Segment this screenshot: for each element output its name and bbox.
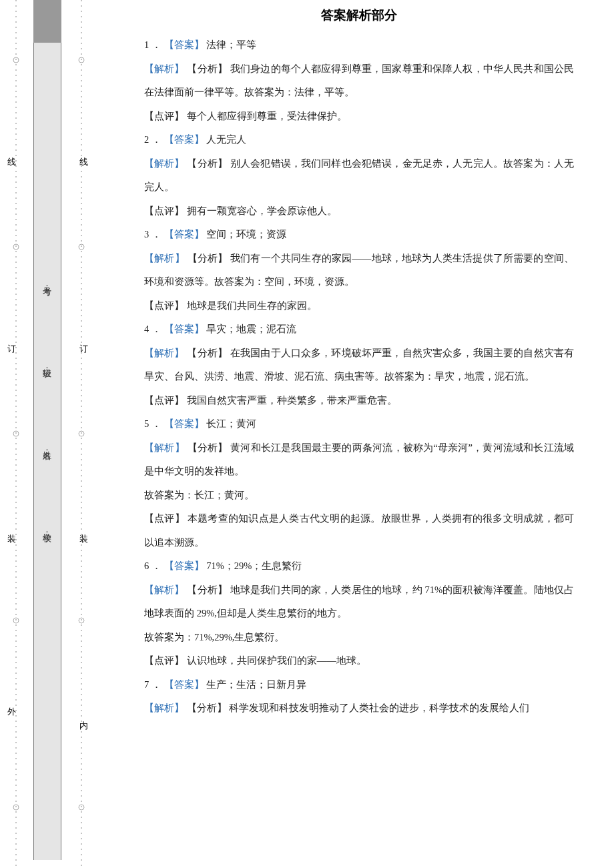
answer-text: 生产；生活；日新月异 <box>206 679 306 690</box>
form-label-class: 班级： <box>41 362 53 371</box>
page-title: 答案解析部分 <box>144 7 574 24</box>
item-number: 5 ． <box>144 418 162 429</box>
gutter-dark-block <box>33 0 61 43</box>
comment-tag: 【点评】 <box>144 655 184 666</box>
analysis-tag: 【解析】 <box>144 584 185 595</box>
item-number: 4 ． <box>144 324 162 334</box>
answer-item: 1 ． 【答案】 法律；平等 【解析】 【分析】 我们身边的每个人都应得到尊重，… <box>144 33 574 128</box>
comment-tag: 【点评】 <box>144 513 185 524</box>
comment-tag: 【点评】 <box>144 395 184 406</box>
fenxi-tag: 【分析】 <box>187 703 227 713</box>
answer-text: 71%；29%；生息繁衍 <box>206 560 302 571</box>
item-number: 3 ． <box>144 229 162 240</box>
answer-item: 3 ． 【答案】 空间；环境；资源 【解析】 【分析】 我们有一个共同生存的家园… <box>144 223 574 318</box>
answer-tag: 【答案】 <box>164 134 204 145</box>
answer-tag: 【答案】 <box>164 679 204 690</box>
content-area: 答案解析部分 1 ． 【答案】 法律；平等 【解析】 【分析】 我们身边的每个人… <box>24 0 614 868</box>
answer-item: 7 ． 【答案】 生产；生活；日新月异 【解析】 【分析】 科学发现和科技发明推… <box>144 673 574 721</box>
analysis-tag: 【解析】 <box>144 703 184 713</box>
comment-text: 认识地球，共同保护我们的家——地球。 <box>187 655 366 666</box>
answer-text: 旱灾；地震；泥石流 <box>206 324 296 334</box>
answer-item: 2 ． 【答案】 人无完人 【解析】 【分析】 别人会犯错误，我们同样也会犯错误… <box>144 128 574 223</box>
item-number: 2 ． <box>144 134 162 145</box>
comment-text: 地球是我们共同生存的家园。 <box>187 300 317 311</box>
comment-tag: 【点评】 <box>144 111 184 121</box>
answer-tag: 【答案】 <box>164 418 204 429</box>
form-label-group: 考号： 班级： 姓名： 学校： <box>37 280 57 535</box>
comment-tag: 【点评】 <box>144 205 184 216</box>
answer-item: 6 ． 【答案】 71%；29%；生息繁衍 【解析】 【分析】 地球是我们共同的… <box>144 554 574 673</box>
answer-item: 4 ． 【答案】 旱灾；地震；泥石流 【解析】 【分析】 在我国由于人口众多，环… <box>144 318 574 412</box>
comment-text: 每个人都应得到尊重，受法律保护。 <box>187 111 347 121</box>
form-label-school: 学校： <box>41 526 53 535</box>
form-label-name: 姓名： <box>41 444 53 453</box>
analysis-tag: 【解析】 <box>144 63 185 74</box>
fenxi-tag: 【分析】 <box>187 63 228 74</box>
answer-text: 空间；环境；资源 <box>206 229 286 240</box>
answer-item: 5 ． 【答案】 长江；黄河 【解析】 【分析】 黄河和长江是我国最主要的两条河… <box>144 412 574 554</box>
fenxi-tag: 【分析】 <box>187 158 228 169</box>
answer-tag: 【答案】 <box>164 324 204 334</box>
fenxi-tag: 【分析】 <box>188 442 228 453</box>
analysis-tag: 【解析】 <box>144 348 185 358</box>
answer-text: 法律；平等 <box>206 39 256 50</box>
fenxi-tag: 【分析】 <box>187 348 228 358</box>
comment-text: 本题考查的知识点是人类古代文明的起源。放眼世界，人类拥有的很多文明成就，都可以追… <box>144 513 574 548</box>
answer-text: 长江；黄河 <box>206 418 256 429</box>
form-label-examno: 考号： <box>41 280 53 289</box>
answer-tag: 【答案】 <box>164 39 204 50</box>
comment-text: 拥有一颗宽容心，学会原谅他人。 <box>187 205 337 216</box>
answer-tag: 【答案】 <box>164 229 204 240</box>
fenxi-tag: 【分析】 <box>187 584 228 595</box>
fenxi-tag: 【分析】 <box>188 253 228 264</box>
analysis-tail: 故答案为：长江；黄河。 <box>144 490 254 500</box>
analysis-tag: 【解析】 <box>144 442 185 453</box>
item-number: 6 ． <box>144 560 162 571</box>
analysis-text: 科学发现和科技发明推动了人类社会的进步，科学技术的发展给人们 <box>229 703 529 713</box>
analysis-tag: 【解析】 <box>144 253 185 264</box>
item-number: 7 ． <box>144 679 162 690</box>
analysis-tail: 故答案为：71%,29%,生息繁衍。 <box>144 632 284 642</box>
analysis-tag: 【解析】 <box>144 158 185 169</box>
binding-strip-inner <box>73 0 89 868</box>
answer-tag: 【答案】 <box>164 560 204 571</box>
answer-text: 人无完人 <box>206 134 246 145</box>
item-number: 1 ． <box>144 39 162 50</box>
comment-tag: 【点评】 <box>144 300 184 311</box>
binding-strip-outer <box>8 0 24 868</box>
comment-text: 我国自然灾害严重，种类繁多，带来严重危害。 <box>187 395 397 406</box>
